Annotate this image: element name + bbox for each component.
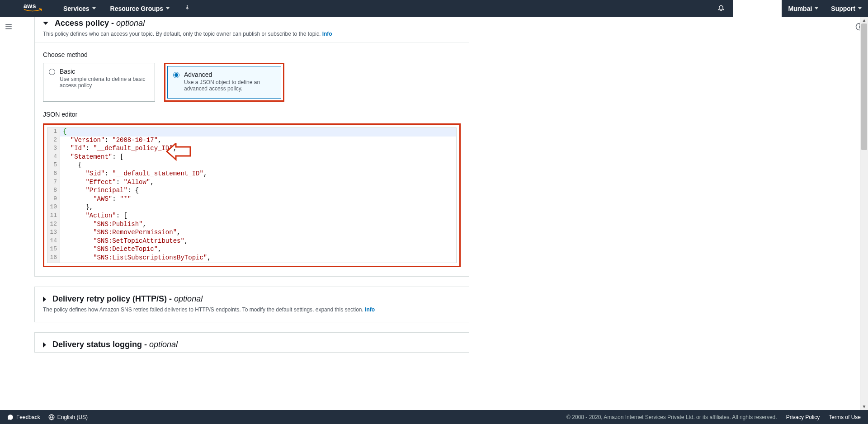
access-policy-section: Access policy - optional This policy def…	[34, 17, 469, 277]
code-line[interactable]: 6 "Sid": "__default_statement_ID",	[47, 170, 456, 179]
code-line[interactable]: 4 "Statement": [	[47, 153, 456, 162]
line-number: 5	[47, 161, 60, 170]
nav-services[interactable]: Services	[58, 5, 101, 12]
notifications-bell[interactable]	[709, 4, 733, 13]
advanced-desc: Use a JSON object to define an advanced …	[184, 79, 275, 92]
code-line[interactable]: 12 "SNS:Publish",	[47, 221, 456, 229]
access-policy-desc: This policy defines who can access your …	[43, 31, 461, 37]
line-text: "Action": [	[60, 212, 127, 221]
code-line[interactable]: 13 "SNS:RemovePermission",	[47, 229, 456, 237]
access-policy-title: Access policy - optional	[55, 19, 145, 28]
title-text: Delivery status logging	[52, 340, 142, 349]
collapse-triangle-icon	[43, 342, 46, 348]
aws-logo[interactable]: aws	[24, 3, 46, 14]
line-text: "AWS": "*"	[60, 195, 131, 204]
divider	[35, 42, 469, 43]
line-text: "Version": "2008-10-17",	[60, 137, 161, 145]
delivery-status-title: Delivery status logging - optional	[52, 340, 178, 349]
title-text: Delivery retry policy (HTTP/S)	[52, 294, 167, 303]
line-text: },	[60, 203, 93, 212]
title-optional: optional	[149, 340, 178, 349]
desc-text: The policy defines how Amazon SNS retrie…	[43, 306, 365, 313]
delivery-retry-desc: The policy defines how Amazon SNS retrie…	[43, 306, 461, 313]
line-text: "SNS:Publish",	[60, 221, 146, 229]
region-selector[interactable]: Mumbai	[782, 5, 825, 12]
method-advanced-radio[interactable]: Advanced Use a JSON object to define an …	[167, 66, 281, 99]
scroll-track[interactable]	[860, 24, 868, 371]
line-number: 4	[47, 153, 60, 162]
code-line[interactable]: 8 "Principal": {	[47, 187, 456, 195]
title-sep: -	[109, 19, 116, 28]
line-number: 8	[47, 187, 60, 195]
line-number: 11	[47, 212, 60, 221]
code-line[interactable]: 3 "Id": "__default_policy_ID",	[47, 145, 456, 153]
radio-icon	[173, 72, 179, 78]
info-link[interactable]: Info	[365, 306, 375, 313]
code-line[interactable]: 11 "Action": [	[47, 212, 456, 221]
line-number: 13	[47, 229, 60, 237]
advanced-title: Advanced	[184, 71, 275, 78]
line-text: "Effect": "Allow",	[60, 179, 154, 187]
code-line[interactable]: 2 "Version": "2008-10-17",	[47, 137, 456, 145]
title-optional: optional	[174, 294, 203, 303]
line-number: 10	[47, 203, 60, 212]
line-text: {	[60, 128, 66, 137]
code-line[interactable]: 14 "SNS:SetTopicAttributes",	[47, 237, 456, 246]
delivery-status-header[interactable]: Delivery status logging - optional	[43, 340, 461, 349]
title-sep: -	[167, 294, 174, 303]
support-menu[interactable]: Support	[825, 5, 868, 12]
account-box[interactable]	[733, 0, 782, 17]
access-policy-header[interactable]: Access policy - optional	[43, 19, 461, 28]
line-text: "SNS:SetTopicAttributes",	[60, 237, 188, 246]
top-nav: aws Services Resource Groups Mumbai Su	[0, 0, 868, 17]
code-line[interactable]: 16 "SNS:ListSubscriptionsByTopic",	[47, 254, 456, 263]
code-line[interactable]: 5 {	[47, 161, 456, 170]
expand-triangle-icon	[43, 22, 48, 25]
line-text: "Id": "__default_policy_ID",	[60, 145, 177, 153]
delivery-retry-header[interactable]: Delivery retry policy (HTTP/S) - optiona…	[43, 294, 461, 304]
support-label: Support	[831, 5, 855, 12]
nav-resource-groups-label: Resource Groups	[110, 5, 163, 12]
scroll-up-icon[interactable]: ▲	[862, 17, 867, 24]
line-text: "SNS:RemovePermission",	[60, 229, 180, 237]
pin-icon	[184, 5, 190, 13]
line-number: 15	[47, 245, 60, 254]
json-editor-highlight: 1{2 "Version": "2008-10-17",3 "Id": "__d…	[43, 123, 461, 267]
code-area[interactable]: 1{2 "Version": "2008-10-17",3 "Id": "__d…	[47, 128, 456, 263]
title-optional: optional	[116, 19, 145, 28]
line-number: 12	[47, 221, 60, 229]
line-text: "Statement": [	[60, 153, 123, 162]
arrow-annotation	[166, 143, 191, 164]
scroll-thumb[interactable]	[861, 24, 867, 150]
choose-method-label: Choose method	[43, 51, 461, 58]
line-number: 6	[47, 170, 60, 179]
code-line[interactable]: 9 "AWS": "*"	[47, 195, 456, 204]
method-basic-radio[interactable]: Basic Use simple criteria to define a ba…	[43, 63, 155, 102]
caret-down-icon	[858, 7, 862, 9]
nav-resource-groups[interactable]: Resource Groups	[105, 5, 175, 12]
line-number: 2	[47, 137, 60, 145]
line-text: "Sid": "__default_statement_ID",	[60, 170, 207, 179]
code-line[interactable]: 1{	[47, 128, 456, 137]
line-text: "SNS:ListSubscriptionsByTopic",	[60, 254, 211, 263]
side-drawer-toggle[interactable]	[5, 23, 13, 32]
svg-text:aws: aws	[24, 3, 36, 9]
line-text: {	[60, 161, 82, 170]
nav-services-label: Services	[63, 5, 90, 12]
line-number: 7	[47, 179, 60, 187]
json-editor[interactable]: 1{2 "Version": "2008-10-17",3 "Id": "__d…	[47, 127, 457, 263]
caret-down-icon	[166, 7, 170, 9]
info-link[interactable]: Info	[322, 31, 332, 37]
desc-text: This policy defines who can access your …	[43, 31, 322, 37]
line-number: 14	[47, 237, 60, 246]
line-number: 3	[47, 145, 60, 153]
json-editor-label: JSON editor	[43, 111, 461, 118]
delivery-retry-title: Delivery retry policy (HTTP/S) - optiona…	[52, 294, 203, 304]
code-line[interactable]: 15 "SNS:DeleteTopic",	[47, 245, 456, 254]
nav-pin[interactable]	[179, 5, 196, 13]
line-number: 16	[47, 254, 60, 263]
page-scrollbar[interactable]: ▲ ▼	[860, 17, 868, 371]
code-line[interactable]: 7 "Effect": "Allow",	[47, 179, 456, 187]
title-text: Access policy	[55, 19, 109, 28]
code-line[interactable]: 10 },	[47, 203, 456, 212]
